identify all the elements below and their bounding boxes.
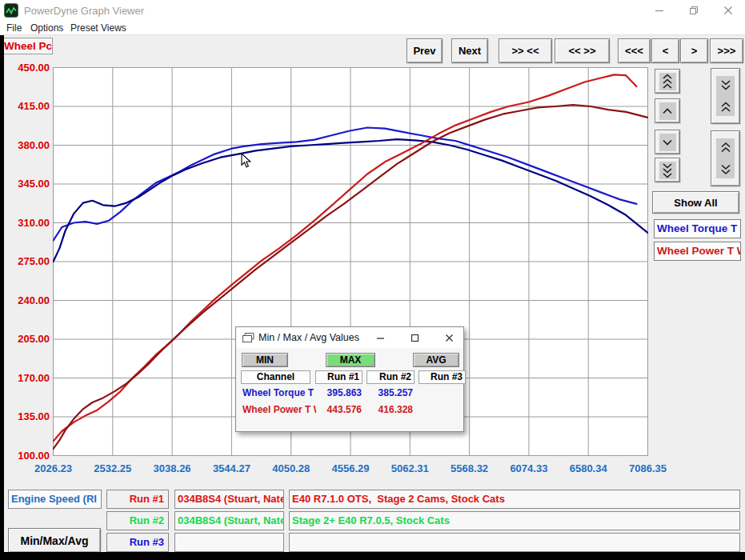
legend-wheel-power[interactable]: Wheel Power T W xyxy=(654,242,741,261)
column-header-run2: Run #2 xyxy=(366,370,415,384)
torque-run1-max-value: 395.863 xyxy=(315,387,362,398)
dialog-maximize-icon xyxy=(411,334,419,342)
chevron-triple-up-icon xyxy=(659,73,676,90)
close-icon xyxy=(723,6,733,15)
dialog-minimize-icon xyxy=(376,334,385,342)
y-tick-label: 240.00 xyxy=(0,294,50,307)
y-tick-label: 205.00 xyxy=(0,333,50,346)
x-tick-label: 2026.23 xyxy=(26,462,82,475)
scale-up-fast-button[interactable] xyxy=(655,69,680,94)
y-tick-label: 100.00 xyxy=(0,450,50,462)
max-stat-button[interactable]: MAX xyxy=(326,353,375,367)
bottom-black-border xyxy=(0,552,745,560)
zoom-out-x-button[interactable]: << >> xyxy=(555,38,610,63)
y-tick-label: 275.00 xyxy=(0,255,50,268)
column-header-channel: Channel xyxy=(241,370,310,384)
x-tick-label: 2532.25 xyxy=(85,462,141,475)
x-axis-channel-label[interactable]: Engine Speed (RI xyxy=(8,490,102,509)
pan-right-button[interactable]: > xyxy=(680,38,708,63)
y-tick-label: 345.00 xyxy=(0,178,50,190)
chevrons-outward-icon xyxy=(716,138,735,178)
dialog-title-bar[interactable]: Min / Max / Avg Values xyxy=(236,327,463,348)
pan-left-button[interactable]: < xyxy=(651,38,679,63)
table-row-channel-torque: Wheel Torque T W xyxy=(242,387,316,398)
chevron-up-icon xyxy=(659,102,676,120)
run3-label[interactable]: Run #3 xyxy=(106,533,169,552)
y-tick-label: 170.00 xyxy=(0,372,50,385)
close-button[interactable] xyxy=(721,3,735,18)
mouse-cursor-icon xyxy=(241,153,252,169)
dialog-close-button[interactable] xyxy=(443,331,455,344)
run3-file-field[interactable] xyxy=(174,533,284,552)
menu-bar: File Options Preset Views xyxy=(0,21,745,35)
minmaxavg-button[interactable]: Min/Max/Avg xyxy=(8,528,101,553)
chevron-down-icon xyxy=(659,134,676,151)
x-tick-label: 3038.26 xyxy=(144,462,200,475)
x-tick-label: 3544.27 xyxy=(203,462,259,475)
dialog-maximize-button[interactable] xyxy=(408,331,421,344)
run1-description-field[interactable]: E40 R7.1.0 OTS, Stage 2 Cams, Stock Cats xyxy=(289,490,740,509)
run1-label[interactable]: Run #1 xyxy=(106,490,169,509)
chevrons-inward-icon xyxy=(716,76,735,116)
y-axis-channel-label: Wheel Pc xyxy=(2,38,53,54)
power-run2-max-value: 416.328 xyxy=(366,404,413,415)
dialog-close-icon xyxy=(445,334,454,342)
power-run1-max-value: 443.576 xyxy=(315,404,362,415)
left-black-border xyxy=(0,35,4,560)
menu-preset-views[interactable]: Preset Views xyxy=(70,22,126,34)
table-row-channel-power: Wheel Power T W xyxy=(242,404,316,415)
window-title: PowerDyne Graph Viewer xyxy=(24,5,144,17)
restore-button[interactable] xyxy=(687,3,701,18)
title-bar: PowerDyne Graph Viewer xyxy=(0,0,745,21)
legend-wheel-torque[interactable]: Wheel Torque T xyxy=(654,219,741,238)
dialog-title: Min / Max / Avg Values xyxy=(258,332,359,343)
menu-file[interactable]: File xyxy=(6,22,22,34)
y-tick-label: 450.00 xyxy=(0,62,50,74)
scale-down-fast-button[interactable] xyxy=(655,158,680,182)
avg-stat-button[interactable]: AVG xyxy=(413,353,459,367)
y-tick-label: 310.00 xyxy=(0,217,50,230)
collapse-y-range-button[interactable] xyxy=(711,68,740,124)
run2-file-field[interactable]: 034B8S4 (Stuart, Nate xyxy=(174,511,284,530)
run2-label[interactable]: Run #2 xyxy=(106,511,169,530)
prev-button[interactable]: Prev xyxy=(407,38,443,63)
y-tick-label: 135.00 xyxy=(0,410,50,423)
run3-description-field[interactable] xyxy=(289,533,740,552)
x-tick-label: 7086.35 xyxy=(620,462,676,475)
next-button[interactable]: Next xyxy=(451,38,488,63)
min-stat-button[interactable]: MIN xyxy=(242,353,288,367)
menu-options[interactable]: Options xyxy=(30,22,63,34)
minmaxavg-dialog: Min / Max / Avg Values MIN MAX AVG Chann… xyxy=(235,326,464,432)
chevron-triple-down-icon xyxy=(659,162,676,179)
restore-icon xyxy=(689,6,699,15)
scale-up-button[interactable] xyxy=(655,98,680,123)
y-tick-label: 380.00 xyxy=(0,139,50,152)
scale-down-button[interactable] xyxy=(655,130,680,154)
app-icon xyxy=(4,3,18,18)
column-header-run1: Run #1 xyxy=(315,370,362,384)
run2-description-field[interactable]: Stage 2+ E40 R7.0.5, Stock Cats xyxy=(289,511,740,530)
zoom-in-x-button[interactable]: >> << xyxy=(499,38,552,63)
run1-file-field[interactable]: 034B8S4 (Stuart, Nate xyxy=(174,490,284,509)
x-tick-label: 6074.33 xyxy=(501,462,557,475)
y-tick-label: 415.00 xyxy=(0,100,50,113)
show-all-button[interactable]: Show All xyxy=(652,191,739,214)
column-header-run3: Run #3 xyxy=(419,370,466,384)
pan-far-right-button[interactable]: >>> xyxy=(710,38,743,63)
x-tick-label: 5568.32 xyxy=(442,462,498,475)
minimize-button[interactable] xyxy=(652,3,667,18)
x-tick-label: 5062.31 xyxy=(382,462,438,475)
x-tick-label: 4050.28 xyxy=(263,462,319,475)
dialog-minimize-button[interactable] xyxy=(374,331,387,344)
expand-y-range-button[interactable] xyxy=(711,130,740,186)
x-tick-label: 4556.29 xyxy=(322,462,379,475)
dialog-icon xyxy=(242,332,254,343)
torque-run2-max-value: 385.257 xyxy=(366,387,413,398)
minimize-icon xyxy=(655,6,664,15)
pan-far-left-button[interactable]: <<< xyxy=(618,38,651,63)
x-tick-label: 6580.34 xyxy=(560,462,616,475)
